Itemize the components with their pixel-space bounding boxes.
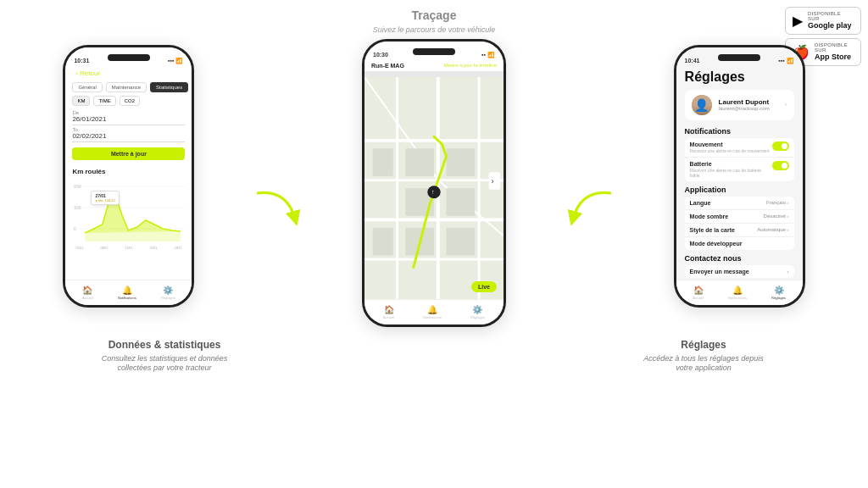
nav-notifications-3[interactable]: 🔔 Notifications: [728, 286, 747, 300]
dev-mode-row[interactable]: Mode développeur: [685, 237, 794, 250]
nav-settings[interactable]: ⚙️ Réglages: [161, 286, 175, 300]
update-button[interactable]: Mettre à jour: [72, 147, 185, 160]
movement-toggle[interactable]: [772, 141, 789, 151]
bottom-labels: Données & statistiques Consultez les sta…: [0, 339, 868, 374]
phone1-screen: 10:31 ▪▪▪ 📶 ‹ Retour Général Maintenance…: [65, 47, 192, 305]
svg-text:↑: ↑: [431, 188, 435, 196]
battery-toggle[interactable]: [772, 161, 789, 170]
tab-statistiques[interactable]: Statistiques: [150, 82, 188, 92]
nav-home-3[interactable]: 🏠 Accueil: [693, 286, 704, 300]
langue-row[interactable]: Langue Français ›: [685, 197, 794, 210]
phones-row: 10:31 ▪▪▪ 📶 ‹ Retour Général Maintenance…: [0, 0, 868, 336]
phone3-status-bar: 10:41 ▪▪▪ 📶: [676, 47, 803, 66]
phone2-frame: 10:30 ▪▪ 📶 Run-E MAG Mettre à jour la ti…: [362, 39, 506, 327]
map-style-row[interactable]: Style de la carte Automatique ›: [685, 224, 794, 237]
arrow2: [565, 185, 615, 236]
chart-tooltip: 27/01 ● km: 144,32: [91, 191, 119, 205]
avatar-image: [692, 95, 712, 115]
phone3-col: 10:41 ▪▪▪ 📶 Réglages Laurent Dupont: [674, 45, 805, 308]
gear-icon: ⚙️: [163, 286, 173, 295]
phone1-bottom-nav: 🏠 Accueil 🔔 Notifications ⚙️ Réglages: [65, 280, 192, 305]
contact-row[interactable]: Envoyer un message ›: [685, 265, 794, 278]
back-button[interactable]: ‹ Retour: [70, 68, 107, 79]
avatar: [692, 95, 712, 115]
tab-general[interactable]: Général: [72, 82, 102, 92]
battery-row: Batterie Recevoir une alerte en cas de b…: [685, 158, 794, 181]
home-icon: 🏠: [82, 286, 92, 295]
phone3-frame: 10:41 ▪▪▪ 📶 Réglages Laurent Dupont: [674, 45, 805, 308]
chart-x-labels: 01010801150122012901: [72, 246, 185, 250]
phone2-bottom-nav: 🏠 Accueil 🔔 Notifications ⚙️ Réglages: [364, 299, 504, 324]
home-icon-3: 🏠: [693, 286, 704, 295]
phone1-status-bar: 10:31 ▪▪▪ 📶: [65, 47, 192, 66]
map-container: ↑ › Live: [364, 77, 504, 299]
svg-text:›: ›: [492, 176, 494, 186]
nav-home[interactable]: 🏠 Accueil: [82, 286, 93, 300]
label-col-1: Données & statistiques Consultez les sta…: [88, 339, 241, 374]
svg-text:250: 250: [74, 184, 81, 189]
svg-rect-17: [373, 148, 393, 176]
phone2-header: Run-E MAG Mettre à jour la timeline: [364, 60, 504, 71]
home-icon-2: 🏠: [384, 305, 394, 314]
phone2-screen: 10:30 ▪▪ 📶 Run-E MAG Mettre à jour la ti…: [364, 42, 504, 324]
label-col-3: Réglages Accédez à tous les réglages dep…: [627, 339, 780, 374]
nav-settings-3[interactable]: ⚙️ Réglages: [771, 286, 786, 300]
nav-notifications[interactable]: 🔔 Notifications: [118, 286, 136, 300]
profile-chevron: ›: [785, 101, 787, 108]
live-button[interactable]: Live: [471, 281, 497, 292]
gear-icon-2: ⚙️: [472, 305, 482, 314]
profile-row[interactable]: Laurent Dupont laurent@tracksup.com ›: [685, 90, 794, 120]
svg-rect-21: [446, 188, 475, 216]
movement-row: Mouvement Recevoir une alerte en cas de …: [685, 138, 794, 158]
svg-rect-18: [405, 148, 434, 176]
metric-co2[interactable]: CO2: [120, 96, 140, 106]
phone3-screen: 10:41 ▪▪▪ 📶 Réglages Laurent Dupont: [676, 47, 803, 305]
app-layout: ▶ Disponible sur Google play 🍎 Disponibl…: [0, 0, 868, 488]
svg-rect-22: [373, 227, 393, 255]
nav-settings-2[interactable]: ⚙️ Réglages: [470, 305, 485, 319]
svg-rect-20: [446, 148, 475, 176]
profile-info: Laurent Dupont laurent@tracksup.com: [719, 98, 770, 111]
tab-maintenance[interactable]: Maintenance: [106, 82, 147, 92]
arrow1: [253, 185, 303, 236]
phone2-col: Traçage Suivez le parcours de votre véhi…: [362, 8, 506, 327]
svg-text:100: 100: [74, 205, 81, 210]
label-col-2: [349, 339, 519, 374]
svg-rect-24: [446, 227, 475, 255]
metric-time[interactable]: TIME: [93, 96, 115, 106]
bell-icon-3: 🔔: [732, 286, 743, 295]
nav-notifications-2[interactable]: 🔔 Notifications: [423, 305, 442, 319]
nav-home-2[interactable]: 🏠 Accueil: [383, 305, 394, 319]
map-background: ↑ › Live: [364, 77, 504, 299]
phone1-frame: 10:31 ▪▪▪ 📶 ‹ Retour Général Maintenance…: [63, 45, 194, 308]
gear-icon-3: ⚙️: [774, 286, 784, 295]
battery-info: Batterie Recevoir une alerte en cas de b…: [690, 161, 772, 178]
chart-section: Km roulés 250 100 0: [65, 165, 192, 252]
date-section: De 26/01/2021 To 02/02/2021 Mettre à jou…: [65, 108, 192, 165]
chart-area: 250 100 0: [72, 178, 185, 246]
metric-km[interactable]: KM: [72, 96, 90, 106]
bell-icon-2: 🔔: [427, 305, 437, 314]
settings-content: Réglages Laurent Dupont laurent@tracksup…: [676, 66, 803, 281]
phone1-tabs: Général Maintenance Statistiques: [65, 80, 192, 94]
bell-icon: 🔔: [122, 286, 132, 295]
svg-text:0: 0: [74, 226, 76, 231]
phone2-status-bar: 10:30 ▪▪ 📶: [364, 42, 504, 60]
phone1-col: 10:31 ▪▪▪ 📶 ‹ Retour Général Maintenance…: [63, 45, 194, 308]
movement-info: Mouvement Recevoir une alerte en cas de …: [690, 141, 770, 153]
metric-tabs: KM TIME CO2: [65, 94, 192, 108]
phone3-bottom-nav: 🏠 Accueil 🔔 Notifications ⚙️ Réglages: [676, 280, 803, 305]
dark-mode-row[interactable]: Mode sombre Désactivé ›: [685, 210, 794, 224]
